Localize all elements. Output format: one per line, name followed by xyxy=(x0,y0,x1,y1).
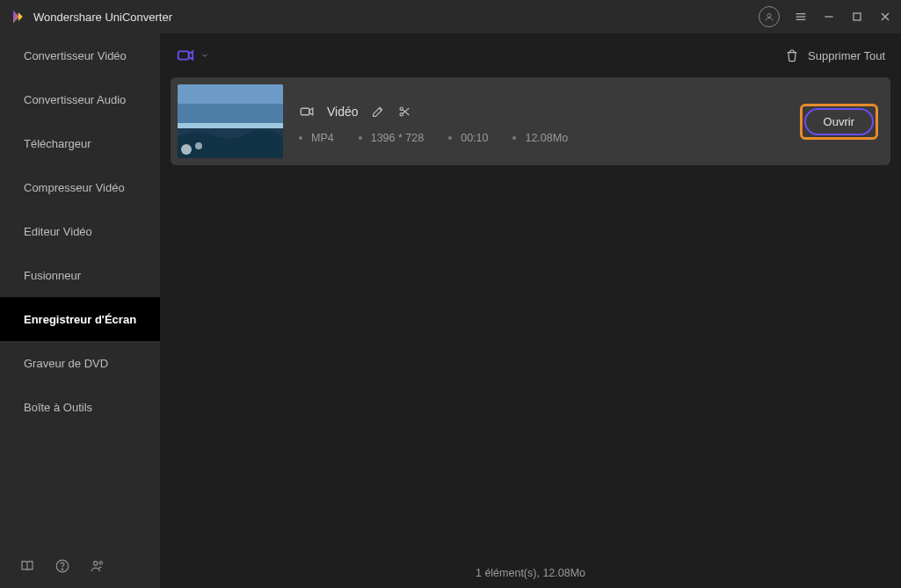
titlebar-right xyxy=(759,6,892,27)
file-card: Vidéo MP4 1396 * 728 00:10 12.08Mo xyxy=(171,77,890,165)
delete-all-button[interactable]: Supprimer Tout xyxy=(785,48,885,62)
svg-point-20 xyxy=(400,113,403,116)
sidebar-item-label: Graveur de DVD xyxy=(24,357,108,370)
sidebar-nav: Convertisseur Vidéo Convertisseur Audio … xyxy=(0,33,160,544)
file-thumbnail[interactable] xyxy=(178,84,283,158)
sidebar-item-screen-recorder[interactable]: Enregistreur d'Écran xyxy=(0,297,160,341)
svg-rect-14 xyxy=(178,84,283,104)
chevron-down-icon xyxy=(200,51,209,60)
sidebar-item-toolbox[interactable]: Boîte à Outils xyxy=(0,385,160,429)
delete-all-label: Supprimer Tout xyxy=(808,49,885,62)
sidebar-item-label: Fusionneur xyxy=(24,269,81,282)
svg-rect-19 xyxy=(301,108,309,115)
titlebar: Wondershare UniConverter xyxy=(0,0,901,33)
sidebar-item-label: Enregistreur d'Écran xyxy=(24,313,136,326)
svg-point-11 xyxy=(99,562,102,564)
minimize-button[interactable] xyxy=(822,10,836,24)
sidebar-item-video-editor[interactable]: Editeur Vidéo xyxy=(0,209,160,253)
menu-icon[interactable] xyxy=(794,10,808,24)
svg-point-9 xyxy=(62,569,62,570)
sidebar-bottom xyxy=(0,544,160,588)
sidebar-item-dvd-burner[interactable]: Graveur de DVD xyxy=(0,341,160,385)
statusbar: 1 élément(s), 12.08Mo xyxy=(160,558,901,588)
svg-point-17 xyxy=(181,144,192,155)
account-icon[interactable] xyxy=(759,6,780,27)
toolbar: Supprimer Tout xyxy=(160,33,901,77)
help-icon[interactable] xyxy=(54,558,70,574)
sidebar-item-video-compressor[interactable]: Compresseur Vidéo xyxy=(0,165,160,209)
record-mode-dropdown[interactable] xyxy=(176,46,209,65)
svg-point-18 xyxy=(195,142,202,149)
sidebar-item-label: Convertisseur Audio xyxy=(24,93,126,106)
titlebar-left: Wondershare UniConverter xyxy=(9,8,172,25)
sidebar-item-video-converter[interactable]: Convertisseur Vidéo xyxy=(0,33,160,77)
app-logo-icon xyxy=(9,8,26,25)
svg-rect-12 xyxy=(178,51,189,59)
sidebar-item-label: Compresseur Vidéo xyxy=(24,181,125,194)
file-header: Vidéo xyxy=(299,104,784,120)
svg-point-0 xyxy=(767,14,771,18)
sidebar-item-merger[interactable]: Fusionneur xyxy=(0,253,160,297)
content: Vidéo MP4 1396 * 728 00:10 12.08Mo xyxy=(160,77,901,558)
close-button[interactable] xyxy=(878,10,892,24)
sidebar-item-label: Convertisseur Vidéo xyxy=(24,49,127,62)
maximize-button[interactable] xyxy=(850,10,864,24)
edit-icon[interactable] xyxy=(371,105,385,119)
svg-rect-5 xyxy=(854,13,861,20)
video-icon xyxy=(299,104,315,120)
sidebar-item-label: Téléchargeur xyxy=(24,137,91,150)
file-info: Vidéo MP4 1396 * 728 00:10 12.08Mo xyxy=(299,98,784,144)
main: Supprimer Tout xyxy=(160,33,901,588)
sidebar-item-audio-converter[interactable]: Convertisseur Audio xyxy=(0,77,160,121)
svg-point-10 xyxy=(94,562,98,566)
sidebar-item-downloader[interactable]: Téléchargeur xyxy=(0,121,160,165)
svg-rect-16 xyxy=(178,123,283,128)
open-button[interactable]: Ouvrir xyxy=(804,108,874,135)
app-title: Wondershare UniConverter xyxy=(33,11,172,24)
file-meta: MP4 1396 * 728 00:10 12.08Mo xyxy=(299,132,784,144)
tutorial-icon[interactable] xyxy=(19,558,35,574)
svg-point-21 xyxy=(400,107,403,110)
file-format: MP4 xyxy=(299,132,334,144)
file-size: 12.08Mo xyxy=(512,132,568,144)
feedback-icon[interactable] xyxy=(90,558,105,574)
sidebar: Convertisseur Vidéo Convertisseur Audio … xyxy=(0,33,160,588)
trash-icon xyxy=(785,48,799,62)
file-resolution: 1396 * 728 xyxy=(359,132,424,144)
sidebar-item-label: Editeur Vidéo xyxy=(24,225,92,238)
status-text: 1 élément(s), 12.08Mo xyxy=(476,567,585,579)
file-type-label: Vidéo xyxy=(327,105,359,119)
sidebar-item-label: Boîte à Outils xyxy=(24,401,92,414)
file-duration: 00:10 xyxy=(448,132,488,144)
cut-icon[interactable] xyxy=(397,105,411,119)
open-button-highlight: Ouvrir xyxy=(800,104,878,140)
